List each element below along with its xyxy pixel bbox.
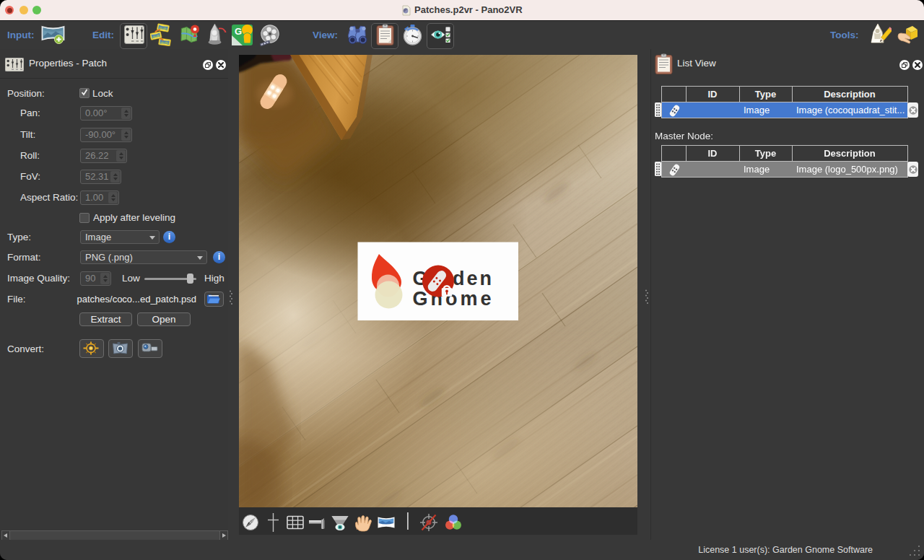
svg-text:Gnome: Gnome — [413, 288, 494, 310]
svg-text:G: G — [235, 26, 242, 37]
